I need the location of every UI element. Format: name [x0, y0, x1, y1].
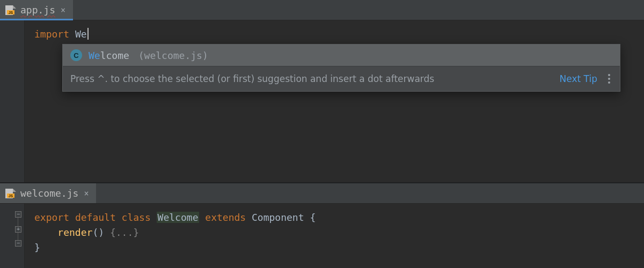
- svg-text:JS: JS: [9, 193, 13, 197]
- brace-open: {: [310, 212, 316, 223]
- code-area-bottom[interactable]: export default class Welcome extends Com…: [25, 204, 644, 268]
- js-file-icon: JS: [5, 5, 16, 15]
- class-name: Welcome: [157, 212, 200, 223]
- tab-filename: welcome.js: [20, 188, 78, 199]
- brace-close: }: [34, 242, 40, 253]
- keyword-extends: extends: [205, 212, 246, 223]
- tab-close-button[interactable]: ×: [60, 5, 67, 14]
- autocomplete-match: We: [89, 50, 100, 61]
- autocomplete-label: Welcome (welcome.js): [89, 50, 208, 61]
- tab-bar-bottom: JS welcome.js ×: [0, 183, 644, 204]
- method-name: render: [57, 227, 92, 238]
- autocomplete-item[interactable]: C Welcome (welcome.js): [63, 44, 620, 66]
- svg-marker-1: [13, 5, 16, 9]
- class-badge-icon: C: [70, 49, 82, 61]
- keyword-import: import: [34, 28, 69, 40]
- svg-marker-5: [13, 189, 16, 192]
- tab-bar-top: JS app.js ×: [0, 0, 644, 20]
- keyword-export: export: [34, 212, 69, 223]
- gutter-top: [0, 20, 25, 182]
- js-file-icon: JS: [5, 189, 16, 198]
- autocomplete-hint-bar: Press ^. to choose the selected (or firs…: [63, 66, 620, 91]
- text-caret: [87, 28, 89, 40]
- fold-toggle[interactable]: −: [15, 240, 21, 247]
- editor-pane-app: JS app.js × import We C Welcome (welcome…: [0, 0, 644, 182]
- svg-text:JS: JS: [9, 10, 13, 14]
- kebab-menu-icon[interactable]: [605, 72, 613, 86]
- editor-pane-welcome: JS welcome.js × − + − export default cla…: [0, 183, 644, 268]
- tab-close-button[interactable]: ×: [83, 189, 90, 198]
- autocomplete-popup: C Welcome (welcome.js) Press ^. to choos…: [62, 44, 620, 92]
- tab-welcome-js[interactable]: JS welcome.js ×: [0, 183, 96, 203]
- super-class: Component: [252, 212, 304, 223]
- typed-text: We: [75, 28, 87, 40]
- folded-body[interactable]: {...}: [110, 227, 139, 238]
- gutter-bottom: − + −: [0, 204, 25, 268]
- parens: (): [92, 227, 104, 238]
- tab-app-js[interactable]: JS app.js ×: [0, 0, 73, 20]
- fold-toggle[interactable]: −: [15, 211, 21, 218]
- keyword-class: class: [122, 212, 151, 223]
- keyword-default: default: [75, 212, 116, 223]
- fold-toggle[interactable]: +: [15, 226, 21, 233]
- next-tip-link[interactable]: Next Tip: [560, 73, 597, 85]
- autocomplete-source: (welcome.js): [133, 50, 208, 61]
- tab-filename: app.js: [20, 4, 55, 16]
- autocomplete-rest: lcome: [100, 50, 129, 61]
- autocomplete-hint-text: Press ^. to choose the selected (or firs…: [70, 73, 434, 85]
